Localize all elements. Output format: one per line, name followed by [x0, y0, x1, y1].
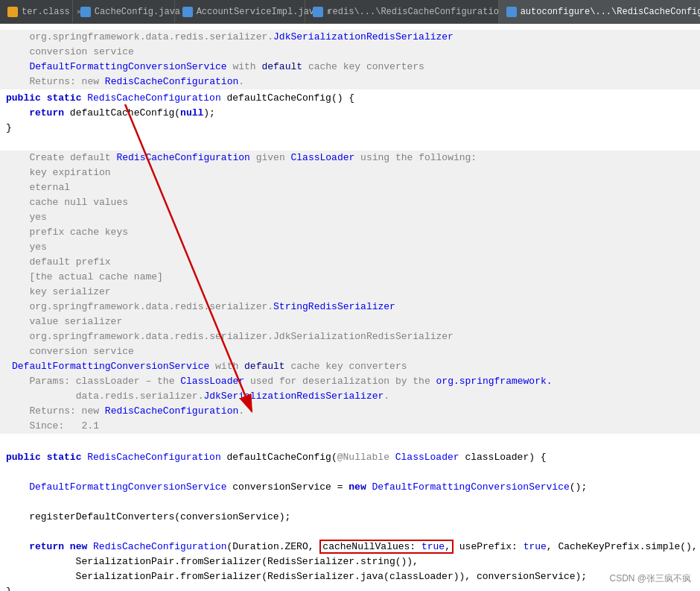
doc-28: Since: 2.1	[6, 419, 694, 434]
code-line-1: org.springframework.data.redis.serialize…	[6, 30, 694, 45]
doc-25: Params: classLoader – the ClassLoader us…	[6, 374, 694, 389]
code-line-31	[0, 465, 700, 480]
code-line-4: Returns: new RedisCacheConfiguration.	[6, 75, 694, 89]
code-line-29	[0, 435, 700, 450]
tab-icon-account-service	[182, 7, 193, 17]
doc-block-middle: Create default RedisCacheConfiguration g…	[0, 151, 700, 434]
tab-label-account-service: AccountServiceImpl.java	[197, 7, 320, 17]
code-line-35	[0, 525, 700, 540]
code-line-34: registerDefaultConverters(conversionServ…	[0, 510, 700, 525]
highlight-cache-null-values: cacheNullValues: true,	[319, 540, 454, 554]
code-line-8: }	[0, 121, 700, 136]
doc-13: cache null values	[6, 195, 694, 210]
tab-account-service[interactable]: AccountServiceImpl.java ✕	[175, 0, 306, 23]
doc-27: Returns: new RedisCacheConfiguration.	[6, 404, 694, 419]
code-line-6: public static RedisCacheConfiguration de…	[0, 91, 700, 106]
tab-icon-ter-class	[7, 7, 18, 17]
doc-26: data.redis.serializer.JdkSerializationRe…	[6, 389, 694, 404]
doc-18: [the actual cache name]	[6, 270, 694, 285]
doc-19: key serializer	[6, 285, 694, 300]
code-line-39: }	[0, 584, 700, 591]
tab-cache-config[interactable]: CacheConfig.java ✕	[73, 0, 175, 23]
doc-block-top: org.springframework.data.redis.serialize…	[0, 30, 700, 89]
watermark: CSDN @张三疯不疯	[609, 572, 691, 585]
code-line-33	[0, 495, 700, 510]
code-line-2: conversion service	[6, 45, 694, 60]
tab-label-autoconfigure: autoconfigure\...\RedisCacheConfigura...	[521, 7, 700, 17]
doc-12: eternal	[6, 180, 694, 195]
code-area: org.springframework.data.redis.serialize…	[0, 24, 700, 591]
doc-10: Create default RedisCacheConfiguration g…	[6, 151, 694, 165]
tab-ter-class[interactable]: ter.class ✕	[0, 0, 73, 23]
doc-22: org.springframework.data.redis.serialize…	[6, 329, 694, 344]
doc-16: yes	[6, 240, 694, 255]
code-line-36: return new RedisCacheConfiguration(Durat…	[0, 540, 700, 554]
tab-label-cache-config: CacheConfig.java	[95, 7, 180, 17]
doc-11: key expiration	[6, 165, 694, 180]
code-line-3: DefaultFormattingConversionService with …	[6, 60, 694, 75]
doc-15: prefix cache keys	[6, 225, 694, 240]
doc-23: conversion service	[6, 344, 694, 359]
doc-14: yes	[6, 210, 694, 225]
tab-icon-redis-cache	[313, 7, 323, 17]
tab-redis-cache[interactable]: redis\...\RedisCacheConfiguration.java ✕	[305, 0, 498, 23]
code-line-30: public static RedisCacheConfiguration de…	[0, 450, 700, 465]
tab-icon-cache-config	[80, 7, 91, 17]
doc-24: DefaultFormattingConversionService with …	[6, 359, 694, 374]
tab-label-ter-class: ter.class	[22, 7, 70, 17]
code-line-7: return defaultCacheConfig(null);	[0, 106, 700, 121]
tab-icon-autoconfigure	[506, 7, 517, 17]
code-line-32: DefaultFormattingConversionService conve…	[0, 480, 700, 495]
code-line-37: SerializationPair.fromSerializer(RedisSe…	[0, 554, 700, 569]
doc-20: org.springframework.data.redis.serialize…	[6, 300, 694, 315]
doc-21: value serializer	[6, 315, 694, 329]
doc-17: default prefix	[6, 255, 694, 270]
tab-bar: ter.class ✕ CacheConfig.java ✕ AccountSe…	[0, 0, 700, 24]
code-line-9	[0, 136, 700, 151]
tab-autoconfigure[interactable]: autoconfigure\...\RedisCacheConfigura...…	[499, 0, 700, 23]
code-line-38: SerializationPair.fromSerializer(RedisSe…	[0, 569, 700, 584]
